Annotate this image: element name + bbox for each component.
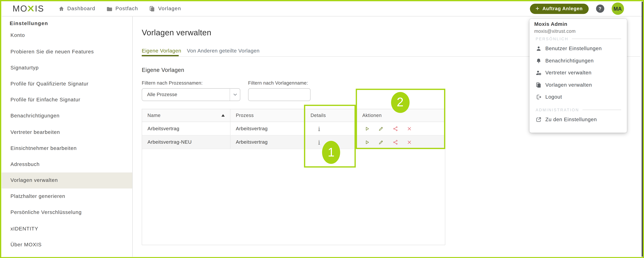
menu-section-personal: PERSÖNLICH [536, 36, 621, 41]
delete-template-button[interactable] [406, 139, 412, 145]
cell-details: i [305, 136, 357, 148]
column-header-prozess[interactable]: Prozess [230, 109, 305, 122]
cell-template-name: Arbeitsvertrag-NEU [142, 136, 230, 148]
sidebar-item-profile-qualifizierte-signatur[interactable]: Profile für Qualifizierte Signatur [2, 76, 132, 92]
user-email: moxis@xitrust.com [534, 28, 627, 34]
section-label: ADMINISTRATION [536, 107, 579, 112]
play-icon [364, 140, 370, 145]
run-template-button[interactable] [364, 126, 370, 132]
folder-icon [106, 6, 112, 12]
table-row: Arbeitsvertrag Arbeitsvertrag i [142, 122, 445, 136]
share-template-button[interactable] [392, 139, 398, 145]
home-icon [58, 6, 64, 12]
share-template-button[interactable] [392, 126, 398, 132]
create-order-button[interactable]: + Auftrag Anlegen [530, 4, 588, 14]
moxis-logo[interactable]: MOXIS [12, 4, 44, 14]
question-mark-icon: ? [599, 6, 602, 11]
user-clock-icon [536, 70, 542, 76]
plus-icon: + [536, 6, 540, 12]
sidebar-item-konto[interactable]: Konto [2, 28, 132, 44]
menu-item-benachrichtigungen[interactable]: Benachrichtigungen [529, 54, 627, 67]
user-avatar[interactable]: MA [612, 3, 624, 15]
process-filter-select[interactable]: Alle Prozesse [142, 88, 240, 101]
sidebar-item-einsichtnehmer-bearbeiten[interactable]: Einsichtnehmer bearbeiten [2, 140, 132, 156]
column-header-name[interactable]: Name [142, 109, 230, 122]
cell-actions [357, 122, 445, 135]
section-label: PERSÖNLICH [536, 36, 568, 41]
chevron-down-icon [232, 92, 238, 97]
sidebar-item-benachrichtigungen[interactable]: Benachrichtigungen [2, 108, 132, 124]
logout-icon [536, 94, 542, 100]
edit-template-button[interactable] [378, 126, 384, 132]
navbar-right-group: + Auftrag Anlegen ? MA [530, 3, 624, 15]
process-filter-label: Filtern nach Prozessnamen: [142, 80, 203, 86]
menu-item-vorlagen-verwalten[interactable]: Vorlagen verwalten [529, 79, 627, 91]
templates-table: Name Prozess Details Aktionen Arbeitsver… [142, 109, 445, 245]
sidebar-item-vertreter-bearbeiten[interactable]: Vertreter bearbeiten [2, 124, 132, 140]
tab-eigene-vorlagen[interactable]: Eigene Vorlagen [142, 48, 181, 54]
column-header-aktionen[interactable]: Aktionen [357, 109, 445, 122]
cell-process-name: Arbeitsvertrag [230, 122, 305, 135]
moxis-app-window: MOXIS Dashboard Postfach Vorlagen + Auft… [0, 0, 644, 258]
avatar-initials: MA [614, 6, 622, 12]
close-icon [406, 126, 412, 131]
table-header-row: Name Prozess Details Aktionen [142, 109, 445, 122]
sort-ascending-icon [222, 114, 225, 117]
sidebar-heading: Einstellungen [10, 20, 48, 26]
user-name: Moxis Admin [534, 21, 627, 27]
cell-actions [357, 136, 445, 148]
delete-template-button[interactable] [406, 126, 412, 132]
tab-geteilte-vorlagen[interactable]: Von Anderen geteilte Vorlagen [187, 48, 260, 54]
help-button[interactable]: ? [596, 5, 604, 13]
right-edge-shadow [642, 2, 643, 257]
section-heading: Eigene Vorlagen [142, 67, 184, 73]
section-divider [582, 110, 621, 110]
edit-template-button[interactable] [378, 139, 384, 145]
templates-icon [536, 82, 542, 88]
select-caret-zone [230, 88, 240, 101]
user-icon [536, 46, 542, 52]
logo-text-mo: MO [12, 4, 28, 14]
menu-item-zu-den-einstellungen[interactable]: Zu den Einstellungen [529, 113, 627, 126]
sidebar-item-ueber-moxis[interactable]: Über MOXIS [2, 237, 132, 253]
nav-item-label: Dashboard [67, 6, 95, 12]
pencil-icon [378, 140, 384, 145]
create-order-label: Auftrag Anlegen [542, 6, 583, 11]
active-tab-underline [142, 55, 178, 56]
sidebar-item-xidentity[interactable]: xIDENTITY [2, 221, 132, 237]
cell-process-name: Arbeitsvertrag [230, 136, 305, 148]
menu-item-vertreter-verwalten[interactable]: Vertreter verwalten [529, 67, 627, 79]
table-row: Arbeitsvertrag-NEU Arbeitsvertrag i [142, 136, 445, 149]
sidebar-item-neue-features[interactable]: Probieren Sie die neuen Features [2, 44, 132, 60]
share-icon [392, 140, 398, 145]
details-info-link[interactable]: i [318, 139, 320, 146]
sidebar-item-profile-einfache-signatur[interactable]: Profile für Einfache Signatur [2, 92, 132, 108]
logo-x-mark: X [28, 4, 35, 13]
column-header-details[interactable]: Details [305, 109, 357, 122]
nav-item-postfach[interactable]: Postfach [106, 6, 138, 12]
name-filter-label: Filtern nach Vorlagenname: [248, 80, 308, 86]
run-template-button[interactable] [364, 139, 370, 145]
sidebar-item-platzhalter-generieren[interactable]: Platzhalter generieren [2, 188, 132, 204]
logo-text-is: IS [35, 4, 44, 14]
menu-item-logout[interactable]: Logout [529, 91, 627, 103]
page-title: Vorlagen verwalten [142, 28, 211, 37]
templates-icon [149, 6, 155, 12]
sidebar-item-adressbuch[interactable]: Adressbuch [2, 156, 132, 172]
menu-item-benutzer-einstellungen[interactable]: Benutzer Einstellungen [529, 42, 627, 54]
nav-item-dashboard[interactable]: Dashboard [58, 6, 95, 12]
sidebar-item-persoenliche-verschluesselung[interactable]: Persönliche Verschlüsselung [2, 204, 132, 221]
bell-icon [536, 58, 542, 64]
close-icon [406, 140, 412, 145]
section-divider [572, 39, 621, 39]
template-name-filter-input[interactable] [248, 88, 310, 101]
cell-details: i [305, 122, 357, 135]
details-info-link[interactable]: i [318, 125, 320, 132]
settings-sidebar: Einstellungen Konto Probieren Sie die ne… [2, 16, 132, 257]
sidebar-item-vorlagen-verwalten[interactable]: Vorlagen verwalten [2, 172, 132, 188]
sidebar-item-signaturtyp[interactable]: Signaturtyp [2, 60, 132, 76]
cell-template-name: Arbeitsvertrag [142, 122, 230, 135]
nav-item-vorlagen[interactable]: Vorlagen [149, 6, 181, 12]
pencil-icon [378, 126, 384, 131]
user-dropdown-menu: Moxis Admin moxis@xitrust.com PERSÖNLICH… [529, 19, 627, 132]
